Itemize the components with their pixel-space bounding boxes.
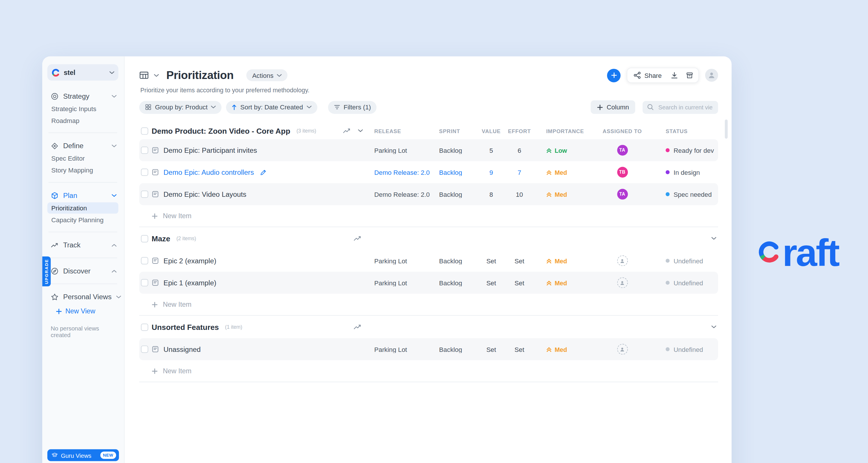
assignee-avatar[interactable]: TB (617, 167, 627, 178)
release-cell[interactable]: Parking Lot (374, 257, 439, 264)
value-cell[interactable]: Set (478, 257, 504, 264)
row-checkbox[interactable] (141, 190, 148, 198)
effort-cell[interactable]: Set (504, 346, 535, 352)
sprint-cell[interactable]: Backlog (439, 346, 478, 352)
status-cell[interactable]: Undefined (645, 346, 718, 352)
effort-cell[interactable]: 10 (504, 191, 535, 197)
sidebar-item-discover[interactable]: Discover (48, 265, 118, 278)
table-row[interactable]: Demo Epic: Audio controllers Demo Releas… (139, 161, 718, 183)
release-cell[interactable]: Demo Release: 2.0 (374, 191, 439, 197)
sidebar-subitem[interactable]: Roadmap (48, 115, 118, 126)
search-input[interactable] (657, 103, 713, 111)
column-header-effort[interactable]: EFFORT (504, 128, 535, 134)
sidebar-subitem[interactable]: Story Mapping (48, 165, 118, 176)
item-name[interactable]: Epic 1 (example) (163, 279, 216, 286)
search-box[interactable] (643, 101, 718, 114)
new-item-button[interactable]: New Item (139, 360, 718, 382)
column-header-sprint[interactable]: SPRINT (439, 128, 478, 134)
value-cell[interactable]: 9 (478, 169, 504, 175)
assignee-cell[interactable]: TA (600, 145, 645, 156)
table-row[interactable]: Epic 1 (example) Parking Lot Backlog Set… (139, 272, 718, 294)
table-row[interactable]: Epic 2 (example) Parking Lot Backlog Set… (139, 250, 718, 272)
add-button[interactable] (607, 69, 621, 82)
value-cell[interactable]: Set (478, 279, 504, 286)
assignee-avatar[interactable]: TA (617, 145, 627, 156)
filters-button[interactable]: Filters (1) (328, 101, 377, 114)
sprint-cell[interactable]: Backlog (439, 169, 478, 175)
importance-cell[interactable]: Med (535, 257, 600, 264)
sidebar-item-personal-views[interactable]: Personal Views (48, 290, 118, 303)
assignee-cell[interactable] (600, 344, 645, 354)
collapse-chevron-icon[interactable] (358, 129, 363, 132)
view-table-icon[interactable] (139, 71, 149, 79)
status-cell[interactable]: Spec needed (645, 191, 718, 197)
scrollbar-thumb[interactable] (725, 120, 728, 138)
download-button[interactable] (667, 68, 682, 83)
status-cell[interactable]: Ready for dev (645, 147, 718, 153)
unassigned-avatar-icon[interactable] (617, 255, 627, 266)
release-cell[interactable]: Parking Lot (374, 279, 439, 286)
column-header-value[interactable]: VALUE (478, 128, 504, 134)
sidebar-item-track[interactable]: Track (48, 239, 118, 251)
status-cell[interactable]: Undefined (645, 279, 718, 286)
status-cell[interactable]: In design (645, 169, 718, 175)
sort-by-button[interactable]: Sort by: Date Created (226, 101, 317, 114)
row-checkbox[interactable] (141, 147, 148, 154)
group-by-button[interactable]: Group by: Product (139, 101, 222, 114)
new-view-button[interactable]: New View (48, 303, 118, 315)
actions-button[interactable]: Actions (247, 69, 288, 81)
column-header-assigned-to[interactable]: ASSIGNED TO (600, 128, 645, 134)
guru-views-button[interactable]: Guru Views NEW (48, 450, 119, 461)
sprint-cell[interactable]: Backlog (439, 191, 478, 197)
sprint-cell[interactable]: Backlog (439, 257, 478, 264)
row-checkbox[interactable] (141, 279, 148, 286)
release-cell[interactable]: Demo Release: 2.0 (374, 169, 439, 175)
importance-cell[interactable]: Med (535, 191, 600, 197)
table-row[interactable]: Demo Epic: Video Layouts Demo Release: 2… (139, 183, 718, 205)
row-checkbox[interactable] (141, 257, 148, 264)
sidebar-subitem[interactable]: Prioritization (48, 202, 118, 214)
effort-cell[interactable]: Set (504, 257, 535, 264)
edit-pencil-icon[interactable] (259, 169, 266, 175)
status-cell[interactable]: Undefined (645, 257, 718, 264)
effort-cell[interactable]: Set (504, 279, 535, 286)
row-checkbox[interactable] (141, 168, 148, 176)
table-row[interactable]: Unassigned Parking Lot Backlog Set Set M… (139, 338, 718, 360)
item-name[interactable]: Epic 2 (example) (163, 257, 216, 265)
importance-cell[interactable]: Med (535, 279, 600, 286)
row-checkbox[interactable] (141, 345, 148, 353)
assignee-avatar[interactable]: TA (617, 189, 627, 200)
add-column-button[interactable]: Column (591, 100, 635, 114)
assignee-cell[interactable]: TA (600, 189, 645, 200)
importance-cell[interactable]: Med (535, 169, 600, 175)
table-row[interactable]: Demo Epic: Participant invites Parking L… (139, 139, 718, 161)
insights-icon[interactable] (343, 128, 352, 133)
release-cell[interactable]: Parking Lot (374, 346, 439, 352)
sprint-cell[interactable]: Backlog (439, 147, 478, 153)
item-name[interactable]: Demo Epic: Participant invites (163, 147, 257, 154)
collapse-chevron-icon[interactable] (711, 237, 716, 240)
sidebar-item-plan[interactable]: Plan (48, 189, 118, 202)
column-header-release[interactable]: RELEASE (374, 128, 439, 134)
assignee-cell[interactable]: TB (600, 167, 645, 178)
upgrade-button[interactable]: UPGRADE (42, 256, 51, 286)
user-avatar[interactable] (705, 69, 718, 82)
package-button[interactable] (682, 68, 697, 83)
group-checkbox[interactable] (141, 323, 148, 331)
sidebar-item-define[interactable]: Define (48, 139, 118, 152)
item-name[interactable]: Demo Epic: Audio controllers (163, 168, 254, 176)
effort-cell[interactable]: 7 (504, 169, 535, 175)
sprint-cell[interactable]: Backlog (439, 279, 478, 286)
assignee-cell[interactable] (600, 277, 645, 288)
release-cell[interactable]: Parking Lot (374, 147, 439, 153)
unassigned-avatar-icon[interactable] (617, 344, 627, 354)
importance-cell[interactable]: Low (535, 147, 600, 153)
value-cell[interactable]: 8 (478, 191, 504, 197)
new-item-button[interactable]: New Item (139, 205, 718, 226)
column-header-status[interactable]: STATUS (645, 128, 718, 134)
collapse-chevron-icon[interactable] (711, 325, 716, 329)
item-name[interactable]: Unassigned (163, 345, 201, 353)
sidebar-subitem[interactable]: Spec Editor (48, 153, 118, 164)
effort-cell[interactable]: 6 (504, 147, 535, 153)
group-checkbox[interactable] (141, 235, 148, 242)
